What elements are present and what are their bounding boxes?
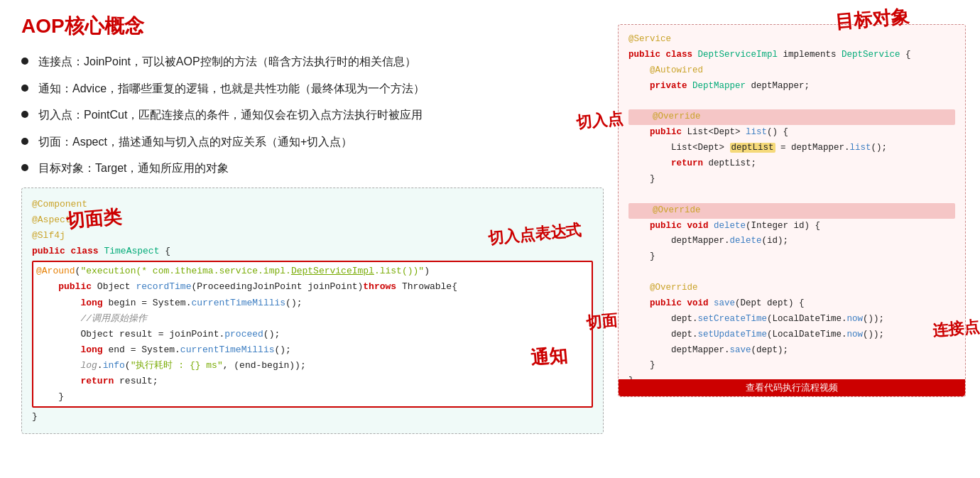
list-item: 切面：Aspect，描述通知与切入点的对应关系（通知+切入点） — [21, 133, 604, 151]
rc-list-method: public List<Dept> list() { — [628, 125, 955, 141]
bullet-dot — [21, 164, 28, 171]
code-line-component: @Component — [32, 197, 593, 212]
bottom-bar-text: 查看代码执行流程视频 — [746, 383, 838, 393]
rc-close-save: } — [628, 358, 955, 374]
code-comment: //调用原始操作 — [36, 311, 589, 327]
rc-blank2 — [628, 188, 955, 203]
rc-override2: @Override — [628, 203, 955, 219]
connect-label: 连接点 — [932, 316, 980, 342]
rc-return-deptlist: return deptList; — [628, 156, 955, 172]
rc-service: @Service — [628, 32, 955, 48]
rc-close-delete: } — [628, 249, 955, 265]
aspect-code-block: 切面类 切入点表达式 通知 切面 @Component @Aspect @Slf… — [21, 188, 604, 434]
code-close2: } — [32, 409, 593, 425]
rc-mapper: private DeptMapper deptMapper; — [628, 79, 955, 94]
list-item: 目标对象：Target，通知所应用的对象 — [21, 159, 604, 178]
code-line-slf4j: @Slf4j — [32, 228, 593, 244]
code-line-aspect: @Aspect — [32, 212, 593, 228]
bullet-dot — [21, 85, 28, 92]
bottom-bar[interactable]: 查看代码执行流程视频 — [619, 379, 965, 396]
list-item: 切入点：PointCut，匹配连接点的条件，通知仅会在切入点方法执行时被应用 — [21, 106, 604, 124]
code-around-method: public Object recordTime(ProceedingJoinP… — [36, 279, 589, 295]
bullet-dot — [21, 138, 28, 145]
list-item: 通知：Advice，指哪些重复的逻辑，也就是共性功能（最终体现为一个方法） — [21, 80, 604, 98]
rc-delete-method: public void delete(Integer id) { — [628, 219, 955, 234]
rc-save-call: deptMapper.save(dept); — [628, 343, 955, 359]
rc-save-method: public void save(Dept dept) { — [628, 296, 955, 312]
rc-blank1 — [628, 94, 955, 110]
code-begin: long begin = System.currentTimeMillis(); — [36, 295, 589, 311]
around-advice-block: @Around("execution(* com.itheima.service… — [32, 261, 593, 408]
bullet-text-2: 通知：Advice，指哪些重复的逻辑，也就是共性功能（最终体现为一个方法） — [38, 80, 425, 98]
code-close1: } — [36, 389, 589, 405]
code-return: return result; — [36, 374, 589, 389]
rc-delete-call: deptMapper.delete(id); — [628, 234, 955, 249]
rc-set-create: dept.setCreateTime(LocalDateTime.now()); — [628, 312, 955, 327]
page-title: AOP核心概念 — [21, 13, 604, 40]
rc-autowired: @Autowired — [628, 63, 955, 79]
bullet-text-1: 连接点：JoinPoint，可以被AOP控制的方法（暗含方法执行时的相关信息） — [38, 53, 416, 71]
bullet-list: 连接点：JoinPoint，可以被AOP控制的方法（暗含方法执行时的相关信息） … — [21, 53, 604, 178]
bullet-text-3: 切入点：PointCut，匹配连接点的条件，通知仅会在切入点方法执行时被应用 — [38, 106, 423, 124]
code-line-class: public class TimeAspect { — [32, 244, 593, 259]
rc-override1: @Override — [628, 109, 955, 125]
bullet-text-5: 目标对象：Target，通知所应用的对象 — [38, 159, 229, 178]
bullet-dot — [21, 111, 28, 118]
rc-class: public class DeptServiceImpl implements … — [628, 48, 955, 63]
bullet-text-4: 切面：Aspect，描述通知与切入点的对应关系（通知+切入点） — [38, 133, 352, 151]
page: AOP核心概念 连接点：JoinPoint，可以被AOP控制的方法（暗含方法执行… — [0, 0, 980, 441]
cutpoint-right-label: 切入点 — [575, 108, 624, 134]
rc-blank3 — [628, 265, 955, 281]
code-log: log.info("执行耗时 : {} ms", (end-begin)); — [36, 358, 589, 374]
rc-override3: @Override — [628, 281, 955, 296]
list-item: 连接点：JoinPoint，可以被AOP控制的方法（暗含方法执行时的相关信息） — [21, 53, 604, 71]
rc-set-update: dept.setUpdateTime(LocalDateTime.now()); — [628, 327, 955, 343]
rc-close-list: } — [628, 172, 955, 188]
bullet-dot — [21, 58, 28, 65]
code-proceed: Object result = joinPoint.proceed(); — [36, 327, 589, 342]
right-panel: 目标对象 切入点 连接点 @Service public class DeptS… — [618, 13, 966, 434]
code-around-ann: @Around("execution(* com.itheima.service… — [36, 264, 589, 279]
right-code-block: 切入点 连接点 @Service public class DeptServic… — [618, 24, 966, 397]
rc-deptlist: List<Dept> deptList = deptMapper.list(); — [628, 141, 955, 156]
left-panel: AOP核心概念 连接点：JoinPoint，可以被AOP控制的方法（暗含方法执行… — [21, 13, 604, 434]
code-end: long end = System.currentTimeMillis(); — [36, 342, 589, 358]
